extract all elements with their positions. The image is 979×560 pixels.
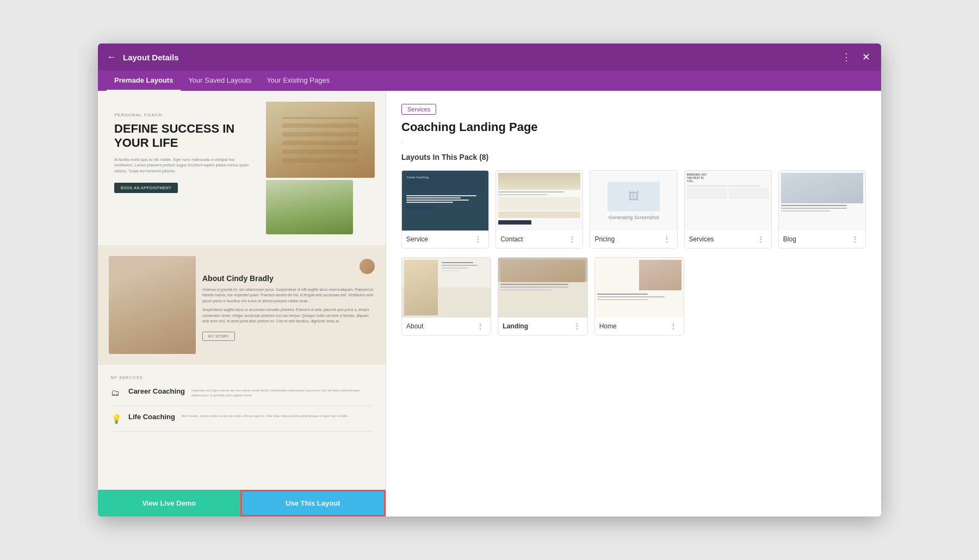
layout-menu-pricing[interactable]: ⋮ — [661, 234, 673, 245]
layout-footer-blog: Blog ⋮ — [779, 231, 865, 248]
use-this-layout-button[interactable]: Use This Layout — [240, 490, 386, 517]
tab-premade-layouts[interactable]: Premade Layouts — [107, 71, 181, 91]
layout-name-services: Services — [689, 235, 714, 243]
layout-footer-pricing: Pricing ⋮ — [590, 231, 677, 248]
tabs-bar: Premade Layouts Your Saved Layouts Your … — [98, 71, 881, 91]
hand-visual — [109, 256, 196, 354]
hero-image-blocks — [266, 102, 375, 178]
hero-desc: At facilisi morbi quis ac dis nullam. Eg… — [114, 157, 255, 175]
service-name-life: Life Coaching — [128, 413, 175, 425]
service-item-career: 🗂 Career Coaching Imperdiet nisl eget ma… — [111, 387, 373, 406]
modal-title: Layout Details — [123, 53, 179, 62]
layout-name-pricing: Pricing — [594, 235, 615, 243]
about-image — [109, 256, 196, 354]
layout-thumb-pricing: 🖼 Generating Screenshot — [590, 171, 677, 231]
layouts-grid-row2: About ⋮ — [401, 257, 684, 335]
service-desc-life: Nec mauris, ultrices vitae ornare sit am… — [182, 413, 373, 425]
layout-thumb-home — [595, 258, 684, 318]
pack-tag: Services — [401, 104, 436, 115]
avatar — [360, 259, 375, 274]
pack-title: Coaching Landing Page — [401, 120, 866, 134]
layout-menu-service[interactable]: ⋮ — [472, 234, 484, 245]
layout-card-pricing[interactable]: 🖼 Generating Screenshot Pricing ⋮ — [590, 170, 677, 248]
hero-title: DEFINE SUCCESS IN YOUR LIFE — [114, 122, 255, 151]
layout-card-about[interactable]: About ⋮ — [401, 257, 491, 335]
layout-menu-home[interactable]: ⋮ — [667, 321, 679, 332]
layout-footer-home: Home ⋮ — [595, 318, 684, 335]
generating-text: Generating Screenshot — [609, 215, 659, 220]
layout-footer-service: Service ⋮ — [402, 231, 488, 248]
layout-thumb-about — [402, 258, 491, 318]
layout-menu-services[interactable]: ⋮ — [755, 234, 767, 245]
layout-footer-services: Services ⋮ — [685, 231, 771, 248]
layout-name-contact: Contact — [500, 235, 523, 243]
placeholder-image: 🖼 — [608, 182, 660, 211]
layouts-label: Layouts In This Pack (8) — [401, 153, 866, 161]
layout-footer-landing: Landing ⋮ — [498, 318, 587, 335]
book-appointment-button[interactable]: BOOK AN APPOINTMENT — [114, 183, 178, 193]
my-story-button[interactable]: MY STORY — [202, 332, 235, 341]
services-label: MY SERVICES — [111, 376, 373, 379]
layout-card-services[interactable]: BRINGING OUTTHE BEST INYOU. Services ⋮ — [684, 170, 772, 248]
layout-card-service[interactable]: Career Coaching Service — [401, 170, 489, 248]
service-desc-career: Imperdiet nisl eget mauris nec non delum… — [191, 387, 373, 399]
close-icon[interactable]: ✕ — [860, 49, 872, 65]
hero-text: PERSONAL COACH DEFINE SUCCESS IN YOUR LI… — [109, 102, 261, 234]
layout-card-contact[interactable]: Contact ⋮ — [495, 170, 583, 248]
briefcase-icon: 🗂 — [111, 388, 122, 399]
preview-about-section: About Cindy Bradly Vivamus ut gravida mi… — [98, 245, 386, 365]
preview-content: PERSONAL COACH DEFINE SUCCESS IN YOUR LI… — [98, 91, 386, 489]
preview-panel: PERSONAL COACH DEFINE SUCCESS IN YOUR LI… — [98, 91, 386, 517]
hero-images — [266, 102, 375, 234]
pack-dot: . — [401, 136, 866, 145]
layout-name-service: Service — [406, 235, 428, 243]
view-live-demo-button[interactable]: View Live Demo — [98, 490, 240, 517]
about-desc-2: Suspendisse sagittis lacus or accumsan c… — [202, 307, 375, 324]
layout-thumb-services: BRINGING OUTTHE BEST INYOU. — [685, 171, 771, 231]
layout-menu-contact[interactable]: ⋮ — [566, 234, 578, 245]
layout-footer-about: About ⋮ — [402, 318, 491, 335]
layout-thumb-blog — [779, 171, 865, 231]
preview-actions: View Live Demo Use This Layout — [98, 489, 386, 517]
modal-container: ← Layout Details ⋮ ✕ Premade Layouts You… — [98, 43, 881, 517]
layout-card-blog[interactable]: Blog ⋮ — [778, 170, 866, 248]
layout-thumb-service: Career Coaching — [402, 171, 488, 231]
layout-name-blog: Blog — [783, 235, 796, 243]
layout-menu-about[interactable]: ⋮ — [474, 321, 486, 332]
layout-thumb-contact — [496, 171, 583, 231]
tab-saved-layouts[interactable]: Your Saved Layouts — [181, 71, 259, 91]
layout-name-home: Home — [599, 322, 617, 330]
right-panel: Services Coaching Landing Page . Layouts… — [386, 91, 881, 517]
preview-services-section: MY SERVICES 🗂 Career Coaching Imperdiet … — [98, 365, 386, 449]
header-right: ⋮ ✕ — [839, 49, 872, 65]
service-name-career: Career Coaching — [128, 387, 185, 399]
modal-body: PERSONAL COACH DEFINE SUCCESS IN YOUR LI… — [98, 91, 881, 517]
layout-thumb-landing — [498, 258, 587, 318]
back-arrow-icon[interactable]: ← — [107, 52, 117, 63]
about-name: About Cindy Bradly — [202, 274, 375, 283]
layouts-grid-row1: Career Coaching Service — [401, 170, 866, 248]
about-desc-1: Vivamus ut gravida mi, nec ullamcorper p… — [202, 287, 375, 304]
layout-card-home[interactable]: Home ⋮ — [594, 257, 684, 335]
layout-name-about: About — [406, 322, 423, 330]
lightbulb-icon: 💡 — [111, 414, 122, 425]
about-text: About Cindy Bradly Vivamus ut gravida mi… — [202, 256, 375, 354]
tab-existing-pages[interactable]: Your Existing Pages — [259, 71, 337, 91]
hero-label: PERSONAL COACH — [114, 113, 255, 117]
layout-name-landing: Landing — [503, 322, 528, 330]
image-placeholder-icon: 🖼 — [628, 190, 639, 203]
service-item-life: 💡 Life Coaching Nec mauris, ultrices vit… — [111, 413, 373, 432]
layout-menu-landing[interactable]: ⋮ — [571, 321, 583, 332]
settings-icon[interactable]: ⋮ — [839, 49, 853, 65]
wooden-blocks-visual — [266, 102, 375, 178]
preview-hero-section: PERSONAL COACH DEFINE SUCCESS IN YOUR LI… — [98, 91, 386, 245]
hero-image-grass — [266, 180, 353, 234]
header-left: ← Layout Details — [107, 52, 179, 63]
layout-footer-contact: Contact ⋮ — [496, 231, 583, 248]
layout-card-landing[interactable]: Landing ⋮ — [498, 257, 587, 335]
modal-header: ← Layout Details ⋮ ✕ — [98, 43, 881, 71]
layout-menu-blog[interactable]: ⋮ — [849, 234, 861, 245]
